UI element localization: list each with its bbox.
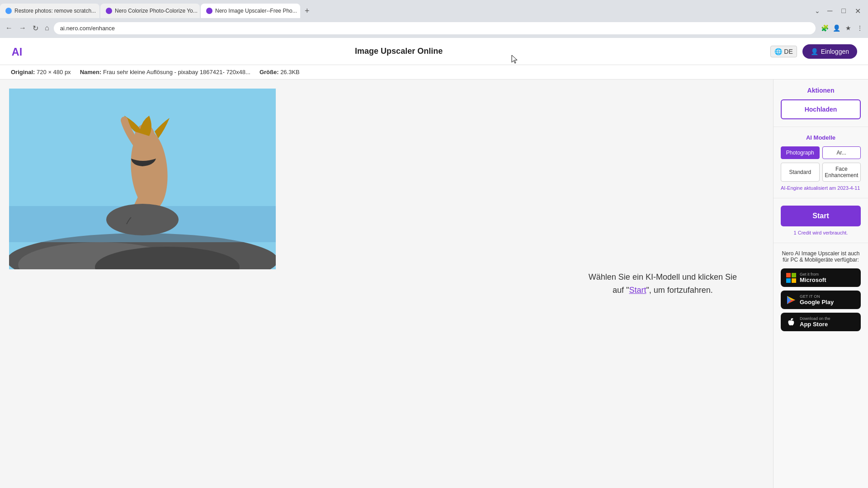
model-type-buttons: Standard Face Enhancement: [781, 163, 861, 182]
name-label: Namen:: [80, 69, 102, 75]
google-play-sub: GET IT ON: [800, 294, 820, 299]
app-container: AI Image Upscaler Online 🌐 DE 👤 Einlogge…: [0, 38, 868, 488]
address-input[interactable]: [54, 22, 816, 34]
original-value: 720 × 480 px: [37, 69, 71, 75]
ai-engine-note: AI-Engine aktualisiert am 2023-4-11: [781, 185, 861, 191]
sidebar: Aktionen Hochladen AI Modelle Photograph…: [773, 80, 868, 488]
tab-1-icon: [5, 8, 12, 14]
svg-rect-13: [792, 278, 796, 283]
google-play-button[interactable]: GET IT ON Google Play: [781, 291, 861, 309]
start-button[interactable]: Start: [781, 206, 861, 226]
image-preview: [9, 89, 276, 269]
credit-note: 1 Credit wird verbraucht.: [781, 230, 861, 235]
ai-models-title: AI Modelle: [781, 134, 861, 141]
lang-label: DE: [784, 48, 793, 55]
name-value: Frau sehr kleine Auflösung - pixabay 186…: [103, 69, 250, 75]
microsoft-store-text: Get it from Microsoft: [800, 272, 826, 283]
maximize-button[interactable]: □: [838, 5, 849, 17]
instruction-text: Wählen Sie ein KI-Modell und klicken Sie…: [589, 271, 737, 297]
info-bar: Original: 720 × 480 px Namen: Frau sehr …: [0, 65, 868, 80]
store-note: Nero AI Image Upscaler ist auch für PC &…: [781, 250, 861, 263]
instruction-start-link: Start: [629, 286, 646, 295]
photograph-button[interactable]: Photograph: [781, 146, 820, 159]
svg-rect-10: [786, 273, 791, 277]
app-store-button[interactable]: Download on the App Store: [781, 313, 861, 331]
google-play-text: GET IT ON Google Play: [800, 294, 834, 305]
size-value: 26.3KB: [280, 69, 300, 75]
window-controls: ─ □ ✕: [824, 5, 864, 17]
tab-bar: Restore photos: remove scratch... ✕ Nero…: [0, 0, 868, 18]
svg-point-9: [106, 204, 179, 235]
header-right: 🌐 DE 👤 Einloggen: [770, 44, 857, 59]
main-content: Wählen Sie ein KI-Modell und klicken Sie…: [0, 80, 868, 488]
login-button[interactable]: 👤 Einloggen: [802, 44, 857, 59]
face-enhancement-button[interactable]: Face Enhancement: [822, 163, 861, 182]
app-header: AI Image Upscaler Online 🌐 DE 👤 Einlogge…: [0, 38, 868, 65]
close-button[interactable]: ✕: [851, 5, 864, 17]
globe-icon: 🌐: [774, 48, 782, 55]
actions-title: Aktionen: [781, 87, 861, 94]
standard-button[interactable]: Standard: [781, 163, 820, 182]
language-button[interactable]: 🌐 DE: [770, 46, 797, 57]
tab-3-icon: [206, 8, 212, 14]
content-area: Wählen Sie ein KI-Modell und klicken Sie…: [0, 80, 773, 488]
art-button[interactable]: Ar...: [822, 146, 861, 159]
home-button[interactable]: ⌂: [43, 22, 51, 34]
instruction-line2-suffix: ", um fortzufahren.: [646, 286, 712, 295]
forward-button[interactable]: →: [17, 22, 28, 34]
google-play-icon: [786, 295, 796, 305]
start-section: Start 1 Credit wird verbraucht.: [774, 198, 868, 243]
app-store-text: Download on the App Store: [800, 316, 830, 328]
actions-section: Aktionen Hochladen: [774, 80, 868, 127]
size-label: Größe:: [259, 69, 279, 75]
bookmark-icon[interactable]: ★: [844, 23, 853, 33]
microsoft-icon: [786, 273, 796, 283]
instruction-line1: Wählen Sie ein KI-Modell und klicken Sie: [589, 272, 737, 282]
more-icon[interactable]: ⋮: [855, 23, 864, 33]
app-store-main: App Store: [800, 321, 828, 328]
logo-icon: AI: [11, 43, 27, 60]
back-button[interactable]: ←: [4, 22, 14, 34]
original-label: Original:: [11, 69, 35, 75]
store-section: Nero AI Image Upscaler ist auch für PC &…: [774, 243, 868, 342]
browser-window: Restore photos: remove scratch... ✕ Nero…: [0, 0, 868, 38]
new-tab-button[interactable]: +: [301, 6, 313, 16]
tab-3[interactable]: Nero Image Upscaler--Free Pho... ✕: [201, 4, 300, 18]
reload-button[interactable]: ↻: [31, 22, 40, 34]
tab-1[interactable]: Restore photos: remove scratch... ✕: [0, 4, 99, 18]
logo: AI: [11, 43, 27, 60]
apple-icon: [786, 317, 796, 327]
page-title: Image Upscaler Online: [27, 47, 770, 56]
svg-rect-11: [792, 273, 796, 277]
tab-2-label: Nero Colorize Photo-Colorize Yo...: [115, 8, 198, 14]
upload-button[interactable]: Hochladen: [781, 99, 861, 119]
extensions-icon[interactable]: 🧩: [820, 23, 829, 33]
profile-icon[interactable]: 👤: [832, 23, 841, 33]
toolbar-icons: 🧩 👤 ★ ⋮: [820, 23, 864, 33]
login-label: Einloggen: [821, 48, 849, 55]
tab-3-label: Nero Image Upscaler--Free Pho...: [215, 8, 297, 14]
tab-2-icon: [106, 8, 112, 14]
microsoft-store-main: Microsoft: [800, 277, 826, 283]
microsoft-store-button[interactable]: Get it from Microsoft: [781, 268, 861, 287]
svg-rect-12: [786, 278, 791, 283]
ai-models-section: AI Modelle Photograph Ar... Standard Fac…: [774, 127, 868, 198]
model-buttons: Photograph Ar...: [781, 146, 861, 159]
svg-text:AI: AI: [12, 46, 22, 58]
tab-2[interactable]: Nero Colorize Photo-Colorize Yo... ✕: [100, 4, 200, 18]
app-store-sub: Download on the: [800, 316, 830, 321]
tab-1-label: Restore photos: remove scratch...: [14, 8, 96, 14]
minimize-button[interactable]: ─: [824, 5, 836, 17]
microsoft-store-sub: Get it from: [800, 272, 819, 277]
tab-expand-icon[interactable]: ⌄: [815, 7, 820, 14]
address-bar-row: ← → ↻ ⌂ 🧩 👤 ★ ⋮: [0, 18, 868, 38]
user-icon: 👤: [811, 48, 818, 55]
google-play-main: Google Play: [800, 299, 834, 305]
instruction-line2-prefix: auf ": [613, 286, 629, 295]
